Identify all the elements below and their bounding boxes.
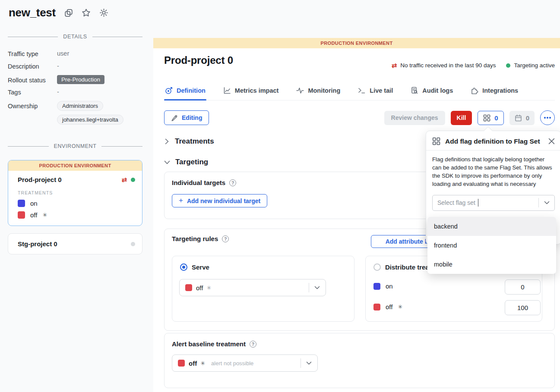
copy-icon[interactable] — [64, 9, 73, 17]
description-value: - — [57, 63, 59, 69]
production-environment-banner: PRODUCTION ENVIRONMENT — [153, 38, 560, 48]
ownership-pills: Administrators johannes.liegl+travolta — [57, 101, 123, 129]
treatments-heading: TREATMENTS — [18, 190, 135, 195]
tab-definition[interactable]: Definition — [164, 84, 206, 100]
environment-card-staging[interactable]: Stg-project 0 — [8, 233, 142, 254]
tab-metrics-impact[interactable]: Metrics impact — [222, 84, 280, 100]
close-icon[interactable] — [548, 138, 555, 144]
serve-option-card: Serve off ✳ — [172, 256, 354, 322]
tab-integrations[interactable]: Integrations — [470, 84, 519, 100]
review-changes-button[interactable]: Review changes — [384, 111, 445, 125]
distribute-on-percent-input[interactable] — [505, 279, 541, 295]
targeting-status-text: Targeting active — [514, 62, 555, 69]
flag-set-option-backend[interactable]: backend — [427, 217, 556, 236]
serve-label: Serve — [192, 263, 209, 271]
popup-description: Flag definitions that logically belong t… — [426, 151, 560, 194]
details-heading: DETAILS — [63, 34, 87, 40]
treatment-off-swatch — [373, 304, 380, 310]
detail-row-description: Description - — [8, 63, 142, 70]
tab-bar: Definition Metrics impact Monitoring Liv… — [164, 84, 555, 100]
star-icon[interactable] — [82, 8, 91, 17]
help-icon[interactable]: ? — [250, 341, 256, 348]
tab-audit-logs[interactable]: Audit logs — [410, 84, 454, 100]
chevron-right-icon — [164, 138, 170, 144]
details-divider: DETAILS — [8, 34, 142, 40]
serve-treatment-select[interactable]: off ✳ — [179, 279, 326, 296]
targeting-inactive-dot — [131, 242, 135, 246]
environment-heading: ENVIRONMENT — [54, 143, 97, 149]
owner-pill: Administrators — [57, 101, 103, 111]
treatment-on-swatch — [373, 283, 380, 290]
alert-baseline-title: Alert baseline treatment — [172, 340, 246, 348]
serve-treatment-value: off — [196, 284, 203, 292]
detail-row-ownership: Ownership Administrators johannes.liegl+… — [8, 101, 142, 129]
distribute-radio[interactable] — [373, 263, 381, 271]
environment-name: Stg-project 0 — [18, 240, 57, 248]
detail-row-rollout-status: Rollout status Pre-Production — [8, 75, 142, 84]
page-title: Prod-project 0 — [164, 54, 233, 66]
app-root: new_test DETAILS Traffic type user — [0, 0, 560, 392]
flag-header: new_test — [9, 6, 108, 19]
toolbar: Editing Review changes Kill 0 0 — [164, 110, 555, 125]
traffic-status-text: No traffic received in the last 90 days — [400, 62, 496, 69]
individual-targets-title: Individual targets — [172, 179, 225, 186]
treatment-row-off: off ✳ — [18, 211, 135, 219]
treatment-off-swatch — [185, 284, 192, 291]
serve-radio[interactable] — [180, 263, 187, 271]
distribute-row-on: on — [373, 282, 393, 290]
chevron-down-icon — [164, 160, 170, 165]
alert-baseline-select[interactable]: off ✳ alert not possible — [172, 354, 318, 372]
flag-set-select[interactable]: Select flag set — [432, 195, 555, 211]
treatment-on-swatch — [18, 200, 25, 207]
flag-set-option-frontend[interactable]: frontend — [427, 236, 556, 255]
text-cursor — [478, 199, 478, 207]
treatment-off-swatch — [178, 360, 185, 367]
flag-sets-count: 0 — [494, 114, 498, 122]
default-treatment-icon: ✳ — [200, 361, 205, 366]
targeting-rules-title: Targeting rules — [172, 235, 218, 242]
flag-set-options-menu: backend frontend mobile — [427, 217, 556, 274]
default-treatment-icon: ✳ — [42, 212, 47, 218]
distribute-off-percent-input[interactable] — [505, 300, 541, 315]
alert-baseline-card: Alert baseline treatment ? off ✳ alert n… — [164, 333, 555, 388]
plus-icon: + — [179, 197, 183, 204]
more-actions-button[interactable] — [540, 110, 555, 125]
distribute-row-off: off ✳ — [373, 303, 402, 310]
production-environment-banner: PRODUCTION ENVIRONMENT — [8, 160, 142, 171]
targeting-active-dot — [131, 178, 135, 182]
environment-name: Prod-project 0 — [18, 176, 62, 183]
detail-row-traffic-type: Traffic type user — [8, 50, 142, 57]
alert-not-possible-note: alert not possible — [211, 360, 253, 367]
popup-title: Add flag definition to Flag Set — [445, 138, 544, 145]
editing-button[interactable]: Editing — [164, 110, 209, 125]
no-traffic-icon: ⇄ — [121, 176, 127, 183]
flag-sets-icon — [432, 137, 440, 145]
environment-card-production[interactable]: PRODUCTION ENVIRONMENT Prod-project 0 ⇄ … — [8, 160, 142, 226]
tags-value: - — [57, 88, 59, 95]
treatments-section-toggle[interactable]: Treatments — [164, 137, 214, 146]
sidebar: DETAILS Traffic type user Description - … — [8, 34, 142, 254]
rollout-status-badge: Pre-Production — [57, 75, 104, 84]
traffic-type-value: user — [57, 50, 69, 57]
help-icon[interactable]: ? — [229, 179, 236, 186]
targeting-active-dot — [506, 63, 510, 68]
treatment-off-swatch — [18, 211, 25, 219]
flag-set-option-mobile[interactable]: mobile — [427, 255, 556, 274]
chevron-down-icon — [314, 286, 320, 290]
chevron-down-icon — [544, 201, 550, 205]
environment-divider: ENVIRONMENT — [8, 143, 142, 149]
kill-button[interactable]: Kill — [451, 111, 472, 125]
tab-monitoring[interactable]: Monitoring — [295, 84, 341, 100]
schedule-count: 0 — [526, 114, 529, 122]
help-icon[interactable]: ? — [222, 235, 229, 242]
details-rows: Traffic type user Description - Rollout … — [8, 50, 142, 129]
targeting-section-toggle[interactable]: Targeting — [164, 158, 208, 166]
chevron-down-icon — [306, 361, 312, 365]
flag-sets-button[interactable]: 0 — [478, 111, 503, 125]
add-individual-target-button[interactable]: + Add new individual target — [172, 194, 267, 207]
schedule-button[interactable]: 0 — [509, 111, 535, 125]
tab-live-tail[interactable]: Live tail — [357, 84, 394, 100]
treatment-row-on: on — [18, 200, 135, 207]
detail-row-tags: Tags - — [8, 88, 142, 96]
gear-icon[interactable] — [99, 8, 108, 17]
